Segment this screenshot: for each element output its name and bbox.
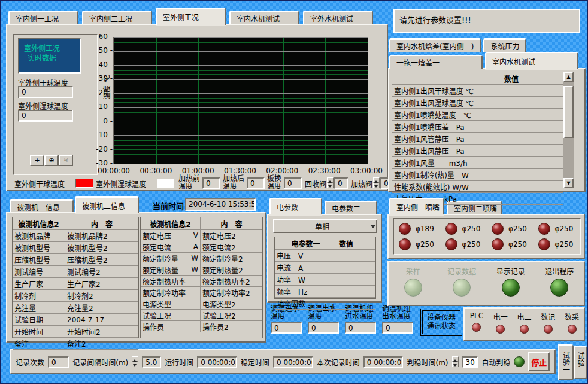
- action-button-label: 显示记录: [496, 266, 525, 276]
- info-label-cell: 开始时间: [13, 326, 65, 337]
- temperature-plot[interactable]: [113, 37, 368, 164]
- main-tab[interactable]: 室外侧工况: [156, 8, 226, 25]
- table-row[interactable]: 备注 备注2: [13, 338, 138, 350]
- info-value-cell: 操作员2: [201, 321, 262, 332]
- table-row[interactable]: 室内侧1喷嘴处温度 ℃: [392, 109, 563, 121]
- right-tab[interactable]: 系统压力: [483, 38, 526, 52]
- table-row[interactable]: 被测机品牌 被测机品牌2: [13, 230, 138, 242]
- elec-tab[interactable]: 电参数一: [269, 198, 322, 214]
- table-row[interactable]: 室内侧1风管静压 Pa: [392, 133, 563, 145]
- postheat-value: 0: [247, 177, 265, 189]
- graph-tool-button[interactable]: ☟: [59, 155, 73, 166]
- table-row[interactable]: 室内侧1出风干球温度 ℃: [392, 85, 563, 97]
- table-row[interactable]: 性能系数(能效比) W/W: [392, 181, 563, 193]
- main-tab[interactable]: 室外水机测试: [303, 11, 373, 25]
- info-value-cell: 电源类型2: [201, 298, 262, 309]
- main-tab[interactable]: 室内侧一工况: [8, 11, 78, 25]
- legend-wet-swatch[interactable]: [157, 179, 174, 188]
- heat-valve-spinner[interactable]: [373, 177, 380, 188]
- water-temp-label-l2: 出水温度: [382, 312, 411, 320]
- action-button[interactable]: 退出程序: [535, 262, 584, 305]
- interval-spinner[interactable]: [132, 356, 138, 367]
- right-tab[interactable]: 室内水机测试: [485, 52, 578, 69]
- table-row[interactable]: 频率 Hz: [275, 286, 375, 298]
- y-tick-label: 0: [103, 117, 113, 125]
- table-row[interactable]: 电源类型 电源类型2: [141, 298, 262, 310]
- action-button[interactable]: 显示记录: [486, 262, 535, 305]
- table-row[interactable]: 额定制热功率 额定制热功率2: [141, 276, 262, 287]
- info-value-cell: 额定制热量2: [201, 264, 262, 275]
- table-row[interactable]: 被测机型号 被测机型号2: [13, 242, 138, 254]
- main-tab[interactable]: 室内侧二工况: [82, 11, 152, 25]
- plate-value: 0: [284, 177, 302, 189]
- action-button[interactable]: 记录数据: [438, 262, 487, 305]
- table-row[interactable]: 充注量 充注量2: [13, 302, 138, 314]
- table-row[interactable]: 试验工况 试验工况2: [141, 310, 262, 321]
- nozzle-led-item: φ250: [487, 223, 534, 235]
- side-tab-test2[interactable]: 试验二: [574, 346, 587, 379]
- graph-tool-icon: ☟: [64, 156, 68, 164]
- table-row[interactable]: 室内侧1风量 m3/h: [392, 157, 563, 169]
- col-header: 内 容: [65, 217, 138, 229]
- table-row[interactable]: 额定电压V 额定电压2: [141, 230, 262, 241]
- table-scrollbar[interactable]: ▲ ▼: [563, 72, 574, 188]
- y-tick-label: 30: [99, 75, 113, 82]
- main-tab[interactable]: 室内水机测试: [229, 11, 299, 25]
- nozzle-led-item: φ250: [441, 223, 487, 235]
- table-row[interactable]: 额定电流A 额定电流2: [141, 241, 262, 253]
- table-row[interactable]: 功率因数: [275, 298, 375, 310]
- scroll-down-icon[interactable]: ▼: [563, 178, 574, 188]
- table-row[interactable]: 室内侧1出风静压 Pa: [392, 145, 563, 157]
- side-tab-test1[interactable]: 试验一: [558, 344, 574, 380]
- nozzle-led-label: φ250: [508, 240, 527, 249]
- stop-button[interactable]: 停止: [528, 352, 550, 371]
- table-row[interactable]: 压缩机型号 压缩机型号2: [13, 254, 138, 266]
- recovery-valve-spinner[interactable]: [327, 177, 334, 188]
- table-row[interactable]: 电流 A: [275, 262, 375, 274]
- judge-time-value[interactable]: 30: [462, 356, 478, 368]
- tab-label: 室内水机焓差(室内侧一): [396, 41, 474, 51]
- info-label-cell: 被测机品牌: [13, 230, 65, 241]
- table-row[interactable]: 室内侧1制冷(热)量 W: [392, 169, 563, 181]
- table-row[interactable]: 额定制冷功率 额定制冷功率2: [141, 287, 262, 298]
- table-row[interactable]: 制冷剂 制冷剂2: [13, 290, 138, 302]
- graph-tool-button[interactable]: +: [30, 155, 44, 166]
- table-row[interactable]: 额定制冷量W 额定制冷量2: [141, 253, 262, 264]
- interval-value[interactable]: 5.0: [142, 356, 161, 368]
- table-row[interactable]: 室内侧1喷嘴压差 Pa: [392, 121, 563, 133]
- nozzle-led-icon: [538, 238, 550, 250]
- legend-dry-swatch[interactable]: [75, 179, 93, 188]
- judge-time-spinner[interactable]: [452, 356, 459, 367]
- x-tick-label: 02:00:00: [265, 167, 299, 175]
- table-row[interactable]: 室内侧1出风湿球温度 ℃: [392, 97, 563, 109]
- value-cell: [502, 85, 563, 96]
- elec-tab[interactable]: 电参数二: [325, 201, 377, 214]
- table-row[interactable]: 开始时间 开始时间2: [13, 326, 138, 338]
- param-cell: 室内侧1风管静压 Pa: [392, 133, 502, 144]
- unit-info-tab[interactable]: 被测机一信息: [10, 199, 74, 213]
- scroll-thumb[interactable]: [563, 86, 574, 138]
- table-row[interactable]: 功率 W: [275, 274, 375, 286]
- unit-info-tab[interactable]: 被测机二信息: [75, 196, 139, 213]
- table-row[interactable]: 操作员 操作员2: [141, 321, 262, 332]
- water-temp-label-l2: 温度: [271, 312, 285, 320]
- auto-judge-led-icon[interactable]: [514, 356, 525, 367]
- table-row[interactable]: 生产厂家 生产厂家2: [13, 278, 138, 290]
- param-cell: 电压 V: [275, 250, 337, 261]
- table-row[interactable]: 测试编号 测试编号2: [13, 266, 138, 278]
- graph-tool-button[interactable]: ⊕: [44, 155, 59, 166]
- right-tab[interactable]: 一拖一焓差一: [389, 55, 483, 69]
- comm-led-icon: [472, 323, 481, 332]
- recovery-valve-value[interactable]: 0: [334, 177, 348, 189]
- scroll-up-icon[interactable]: ▲: [563, 72, 574, 82]
- table-row[interactable]: 试验日期 2004-7-17: [13, 314, 138, 326]
- legend-wet-label: 室外侧湿球温度: [96, 179, 146, 189]
- info-label: 试验工况: [143, 310, 171, 320]
- table-row[interactable]: 额定制热量W 额定制热量2: [141, 264, 262, 276]
- nozzle-tab[interactable]: 室内侧一喷嘴: [389, 198, 444, 214]
- right-tab[interactable]: 室内水机焓差(室内侧一): [389, 38, 481, 52]
- phase-dropdown[interactable]: 单相: [273, 219, 377, 233]
- action-button[interactable]: 采样: [389, 262, 438, 305]
- status-bar: 记录次数 0 记录间隔时间(m) 5.0 运行时间 0 00:00:03 稳定时…: [10, 349, 556, 374]
- table-row[interactable]: 电压 V: [275, 250, 375, 262]
